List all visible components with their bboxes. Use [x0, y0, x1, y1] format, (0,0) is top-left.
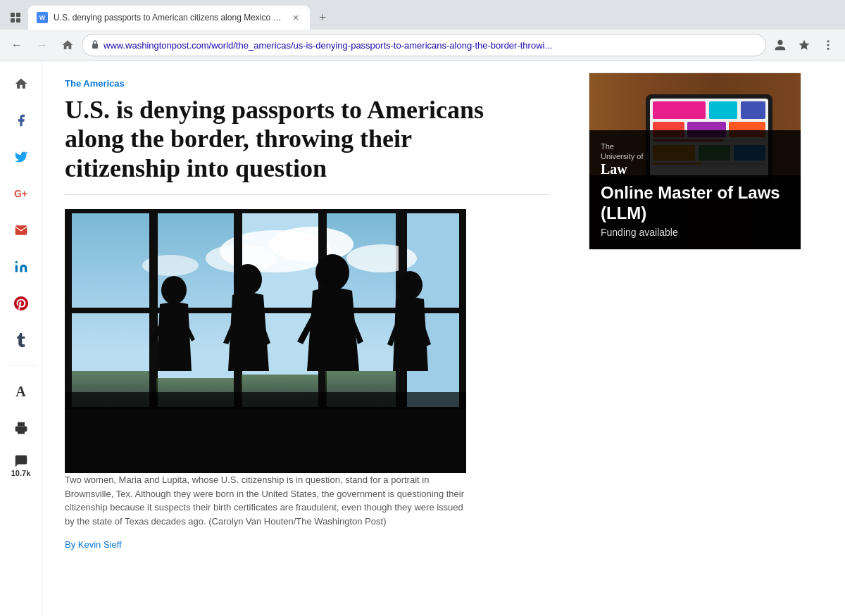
svg-point-6 — [827, 44, 830, 46]
sidebar-googleplus-icon[interactable]: G+ — [10, 182, 32, 205]
page-content: G+ A — [0, 61, 845, 616]
back-button[interactable]: ← — [6, 34, 28, 56]
left-social-sidebar: G+ A — [0, 61, 42, 616]
article-category[interactable]: The Americas — [65, 78, 549, 89]
ad-image: The University of Law Online Master of L… — [589, 73, 801, 249]
sidebar-pinterest-icon[interactable] — [10, 292, 32, 315]
sidebar-home-icon[interactable] — [10, 73, 32, 95]
svg-rect-3 — [16, 18, 20, 23]
article-title: U.S. is denying passports to Americans a… — [65, 96, 487, 183]
home-button[interactable] — [56, 34, 79, 56]
ad-logo: The University of Law — [601, 142, 789, 177]
sidebar-comments-icon[interactable]: 10.7k — [11, 453, 31, 477]
active-tab[interactable]: W U.S. denying passports to American cit… — [28, 6, 310, 30]
svg-point-5 — [827, 40, 830, 42]
svg-rect-9 — [18, 429, 25, 434]
svg-point-7 — [827, 48, 830, 50]
svg-rect-44 — [653, 101, 706, 119]
svg-rect-45 — [709, 101, 737, 119]
lock-icon — [91, 39, 99, 51]
svg-rect-0 — [11, 13, 15, 17]
menu-button[interactable] — [817, 34, 839, 56]
tab-bar: W U.S. denying passports to American cit… — [0, 0, 845, 30]
new-tab-button[interactable]: + — [313, 8, 332, 27]
right-sidebar: Ad × — [577, 61, 803, 616]
svg-rect-34 — [65, 410, 466, 473]
svg-rect-46 — [741, 101, 765, 119]
article-byline[interactable]: By Kevin Sieff — [65, 539, 549, 550]
svg-rect-27 — [65, 209, 466, 213]
article-image-container: Two women, Maria and Lupita, whose U.S. … — [65, 209, 466, 528]
article-main: The Americas U.S. is denying passports t… — [42, 61, 577, 616]
sidebar-font-size-icon[interactable]: A — [10, 380, 32, 403]
sidebar-comments-count: 10.7k — [11, 469, 31, 477]
nav-bar: ← → www.washingtonpost.com/world/the_ame… — [0, 30, 845, 61]
ad-headline: Online Master of Laws (LLM) — [601, 183, 789, 224]
star-icon[interactable] — [793, 34, 815, 56]
ad-subtext: Funding available — [601, 227, 789, 238]
browser-chrome: W U.S. denying passports to American cit… — [0, 0, 845, 61]
sidebar-print-icon[interactable] — [10, 417, 32, 439]
tab-favicon: W — [37, 12, 48, 23]
sidebar-twitter-icon[interactable] — [10, 146, 32, 168]
profile-icon[interactable] — [769, 34, 791, 56]
tab-title: U.S. denying passports to American citiz… — [54, 13, 284, 23]
svg-rect-35 — [65, 392, 466, 410]
svg-point-38 — [315, 254, 349, 291]
svg-point-36 — [161, 276, 187, 304]
article-divider — [65, 194, 549, 195]
article-caption: Two women, Maria and Lupita, whose U.S. … — [65, 473, 466, 528]
url-text: www.washingtonpost.com/world/the_america… — [104, 40, 757, 51]
svg-rect-1 — [16, 13, 20, 17]
sidebar-divider — [7, 365, 35, 366]
sidebar-facebook-icon[interactable] — [10, 109, 32, 132]
address-bar[interactable]: www.washingtonpost.com/world/the_america… — [82, 34, 766, 56]
sidebar-email-icon[interactable] — [10, 219, 32, 241]
tab-close-button[interactable]: × — [290, 12, 301, 23]
article-photo — [65, 209, 466, 473]
svg-point-8 — [15, 261, 17, 263]
ad-text-overlay: The University of Law Online Master of L… — [589, 130, 801, 249]
advertisement: Ad × — [589, 73, 800, 250]
forward-button[interactable]: → — [31, 34, 54, 56]
svg-rect-4 — [92, 44, 98, 49]
sidebar-tumblr-icon[interactable] — [10, 329, 32, 351]
svg-point-39 — [397, 271, 423, 299]
tab-grid-icon[interactable] — [6, 8, 25, 27]
svg-rect-2 — [11, 18, 15, 23]
svg-point-37 — [234, 264, 262, 295]
nav-actions — [769, 34, 839, 56]
sidebar-linkedin-icon[interactable] — [10, 256, 32, 278]
